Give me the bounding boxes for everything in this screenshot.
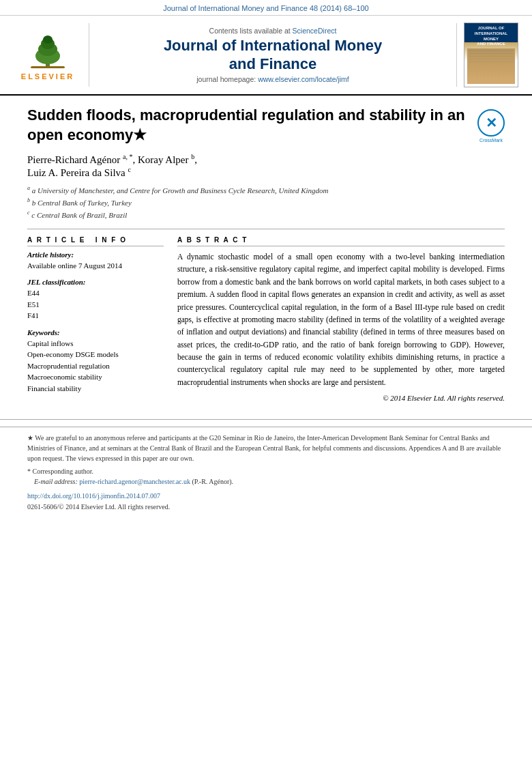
corresponding-footnote: * Corresponding author. (27, 466, 505, 476)
journal-citation: Journal of International Money and Finan… (163, 4, 369, 12)
affiliation-c: c c Central Bank of Brazil, Brazil (27, 211, 127, 219)
history-label: Article history: (27, 250, 164, 259)
elsevier-name: ELSEVIER (21, 72, 74, 81)
email-link[interactable]: pierre-richard.agenor@manchester.ac.uk (79, 478, 190, 485)
issn-line: 0261-5606/© 2014 Elsevier Ltd. All right… (0, 503, 532, 517)
abstract-text: A dynamic stochastic model of a small op… (177, 250, 505, 388)
bottom-divider (0, 419, 532, 420)
article-info-label: A R T I C L E I N F O (27, 236, 164, 246)
journal-title: Journal of International Moneyand Financ… (100, 37, 446, 73)
email-footnote: E-mail address: pierre-richard.agenor@ma… (34, 476, 505, 487)
crossmark-badge[interactable]: ✕ CrossMark (477, 109, 505, 143)
history-date: Available online 7 August 2014 (27, 260, 164, 272)
article-info-panel: A R T I C L E I N F O Article history: A… (27, 236, 164, 402)
keywords-section: Keywords: Capital inflows Open-economy D… (27, 328, 164, 395)
homepage-line: journal homepage: www.elsevier.com/locat… (100, 75, 446, 83)
journal-center-info: Contents lists available at ScienceDirec… (89, 23, 457, 87)
crossmark-circle: ✕ (477, 109, 505, 137)
affiliation-a: a a University of Manchester, and Centre… (27, 186, 329, 195)
keywords-label: Keywords: (27, 328, 164, 336)
affiliation-b: b b Central Bank of Turkey, Turkey (27, 199, 132, 207)
svg-point-4 (43, 35, 53, 44)
main-content: ✕ CrossMark Sudden floods, macroprudenti… (0, 96, 532, 409)
article-history: Article history: Available online 7 Augu… (27, 250, 164, 272)
authors-line: Pierre-Richard Agénor a, *, Koray Alper … (27, 153, 505, 179)
crossmark-label: CrossMark (477, 138, 505, 143)
doi-link[interactable]: http://dx.doi.org/10.1016/j.jimonfin.201… (27, 492, 160, 500)
abstract-label: A B S T R A C T (177, 236, 505, 246)
article-title: Sudden floods, macroprudential regulatio… (27, 106, 505, 145)
cover-title: JOURNAL OFINTERNATIONALMONEYAND FINANCE (475, 26, 508, 47)
issn-text: 0261-5606/© 2014 Elsevier Ltd. All right… (27, 503, 170, 511)
section-divider (27, 229, 505, 229)
doi-section: http://dx.doi.org/10.1016/j.jimonfin.201… (0, 487, 532, 503)
star-footnote: ★ We are grateful to an anonymous refere… (27, 433, 505, 463)
elsevier-logo: ELSEVIER (14, 30, 82, 81)
abstract-panel: A B S T R A C T A dynamic stochastic mod… (177, 236, 505, 402)
top-bar: Journal of International Money and Finan… (0, 0, 532, 16)
svg-rect-5 (31, 66, 65, 68)
jel-classification: JEL classification: E44E51F41 (27, 278, 164, 321)
contents-available-line: Contents lists available at ScienceDirec… (100, 27, 446, 35)
footnote-section: ★ We are grateful to an anonymous refere… (0, 427, 532, 487)
copyright-notice: © 2014 Elsevier Ltd. All rights reserved… (177, 394, 505, 402)
sciencedirect-link[interactable]: ScienceDirect (293, 27, 337, 35)
homepage-link[interactable]: www.elsevier.com/locate/jimf (258, 75, 349, 83)
info-abstract-columns: A R T I C L E I N F O Article history: A… (27, 236, 505, 402)
journal-cover-image: JOURNAL OFINTERNATIONALMONEYAND FINANCE (464, 23, 518, 87)
title-section: ✕ CrossMark Sudden floods, macroprudenti… (27, 106, 505, 145)
elsevier-tree-icon (17, 30, 78, 71)
jel-codes: E44E51F41 (27, 287, 164, 321)
journal-header: ELSEVIER Contents lists available at Sci… (0, 16, 532, 96)
jel-label: JEL classification: (27, 278, 164, 286)
keywords-list: Capital inflows Open-economy DSGE models… (27, 338, 164, 395)
affiliations: a a University of Manchester, and Centre… (27, 184, 505, 222)
